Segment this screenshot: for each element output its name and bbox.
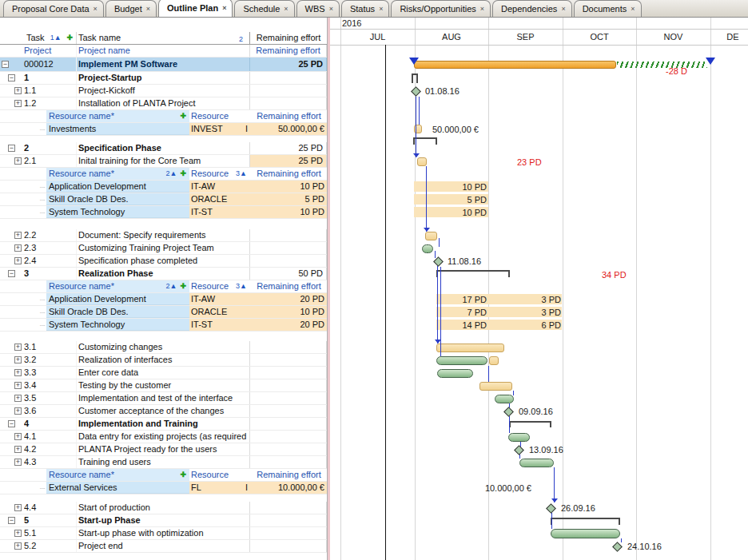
phase-row[interactable]: − 4 Implementation and Training <box>0 418 327 431</box>
resource-effort-column-header[interactable]: Remaining effort <box>250 110 328 122</box>
gantt-bracket[interactable] <box>436 270 510 277</box>
tree-toggle-icon[interactable]: + <box>14 446 22 453</box>
task-row[interactable]: + 3.2 Realization of interfaces <box>0 354 327 367</box>
gantt-diamond[interactable] <box>503 407 514 417</box>
phase-row[interactable]: − 2 Specification Phase 25 PD <box>0 142 327 155</box>
resource-name-column-header[interactable]: Resource name* ✚ <box>46 469 189 481</box>
task-row[interactable]: + 2.1 Inital training for the Core Team … <box>0 155 327 168</box>
tree-toggle-icon[interactable]: − <box>8 420 15 427</box>
tree-toggle-icon[interactable]: + <box>14 244 22 252</box>
task-row[interactable]: + 3.4 Testing by the customer <box>0 379 327 392</box>
tree-toggle-icon[interactable]: + <box>14 407 22 415</box>
resource-name-column-header[interactable]: Resource name* 2▲ ✚ <box>46 280 189 292</box>
resource-row[interactable]: Investments INVEST I 50.000,00 € <box>0 123 327 136</box>
tree-toggle-icon[interactable]: + <box>14 87 22 94</box>
tree-toggle-icon[interactable]: + <box>14 395 22 402</box>
task-row[interactable]: + 4.4 Start of production <box>0 502 327 514</box>
tab-close-icon[interactable]: × <box>631 6 635 13</box>
tree-toggle-icon[interactable]: + <box>14 344 22 351</box>
panel-tab[interactable]: Schedule × <box>234 0 294 17</box>
task-row[interactable]: + 2.3 Customizing Training Project Team <box>0 242 327 255</box>
tab-close-icon[interactable]: × <box>480 6 484 13</box>
task-row[interactable]: + 1.1 Project-Kickoff <box>0 85 327 97</box>
tab-close-icon[interactable]: × <box>329 6 333 13</box>
task-row[interactable]: + 5.1 Start-up phase with optimization <box>0 527 327 540</box>
gantt-bar-green[interactable] <box>422 244 433 253</box>
tree-toggle-icon[interactable]: + <box>14 530 22 537</box>
resource-row[interactable]: Application Development IT-AW 10 PD <box>0 181 327 193</box>
task-row[interactable]: + 3.5 Implementation and test of the int… <box>0 392 327 405</box>
resource-effort-column-header[interactable]: Remaining effort <box>250 280 328 292</box>
panel-tab[interactable]: WBS × <box>296 0 340 17</box>
gantt-bracket[interactable] <box>412 73 418 83</box>
column-header-task-name[interactable]: Task name 2 <box>76 32 249 44</box>
resource-name-column-header[interactable]: Resource name* ✚ <box>46 110 189 122</box>
tab-close-icon[interactable]: × <box>146 6 150 13</box>
resource-row[interactable]: System Technology IT-ST 10 PD <box>0 206 327 219</box>
tree-toggle-icon[interactable]: − <box>8 517 15 524</box>
tree-toggle-icon[interactable]: + <box>14 382 22 389</box>
resource-column-header[interactable]: Resource <box>189 110 250 122</box>
gantt-bar-green[interactable] <box>495 395 514 403</box>
panel-tab[interactable]: Proposal Core Data × <box>3 0 104 17</box>
add-task-button[interactable]: ✚ <box>67 32 74 44</box>
gantt-tri[interactable] <box>409 58 419 65</box>
resource-column-header[interactable]: Resource <box>189 469 250 481</box>
tree-toggle-icon[interactable]: − <box>8 145 15 152</box>
gantt-bar-green[interactable] <box>519 459 554 467</box>
resource-effort-column-header[interactable]: Remaining effort <box>250 168 328 180</box>
task-row[interactable]: + 3.1 Customizing changes <box>0 341 327 354</box>
gantt-bar-green[interactable] <box>551 529 620 538</box>
gantt-bar-tan[interactable] <box>489 356 499 365</box>
panel-tab[interactable]: Status × <box>341 0 389 17</box>
tab-close-icon[interactable]: × <box>94 6 97 13</box>
tree-toggle-icon[interactable]: + <box>14 504 22 511</box>
resource-effort-column-header[interactable]: Remaining effort <box>250 469 328 481</box>
task-row[interactable]: + 4.1 Data entry for existing projects (… <box>0 431 327 443</box>
tree-toggle-icon[interactable]: + <box>14 257 22 264</box>
resource-row[interactable]: Application Development IT-AW 20 PD <box>0 293 327 306</box>
gantt-bracket[interactable] <box>509 421 551 427</box>
tree-toggle-icon[interactable]: − <box>2 61 9 68</box>
gantt-bar-tan[interactable] <box>479 382 512 391</box>
gantt-bar-green[interactable] <box>436 356 487 365</box>
resource-name-column-header[interactable]: Resource name* 2▲ ✚ <box>46 168 189 180</box>
task-row[interactable]: + 4.2 PLANTA Project ready for the users <box>0 443 327 456</box>
gantt-bar-tan[interactable] <box>436 344 504 352</box>
tab-close-icon[interactable]: × <box>284 6 288 13</box>
resource-column-header[interactable]: Resource 3▲ <box>189 168 250 180</box>
resource-row[interactable]: Skill Oracle DB Des. ORACLE 5 PD <box>0 193 327 206</box>
task-row[interactable]: + 2.2 Document: Specify requirements <box>0 229 327 242</box>
panel-tab[interactable]: Dependencies × <box>492 0 572 17</box>
panel-tab[interactable]: Outline Plan × <box>158 0 233 17</box>
tab-close-icon[interactable]: × <box>222 5 226 12</box>
column-header-task[interactable]: Task 1▲ ✚ <box>0 32 76 44</box>
tree-toggle-icon[interactable]: + <box>14 232 22 239</box>
gantt-diamond[interactable] <box>411 86 421 97</box>
task-row[interactable]: + 5.2 Project end <box>0 540 327 553</box>
phase-row[interactable]: − 5 Start-up Phase <box>0 514 327 527</box>
tree-toggle-icon[interactable]: + <box>14 100 22 107</box>
add-resource-button[interactable]: ✚ <box>180 110 186 122</box>
tree-toggle-icon[interactable]: − <box>8 270 15 277</box>
gantt-bar-green[interactable] <box>508 433 530 442</box>
gantt-diamond[interactable] <box>612 542 623 552</box>
tree-toggle-icon[interactable]: + <box>14 542 22 550</box>
tree-toggle-icon[interactable]: + <box>14 369 22 376</box>
resource-row[interactable]: External Services FL I 10.000,00 € <box>0 482 327 494</box>
gantt-bar-orange[interactable] <box>414 61 616 69</box>
gantt-tri[interactable] <box>706 58 715 65</box>
gantt-hatch[interactable] <box>617 62 707 68</box>
gantt-bar-green[interactable] <box>437 369 473 378</box>
tab-close-icon[interactable]: × <box>379 6 383 13</box>
task-row[interactable]: + 3.6 Customer acceptance of the changes <box>0 405 327 418</box>
add-resource-button[interactable]: ✚ <box>180 280 186 292</box>
gantt-diamond[interactable] <box>433 256 444 267</box>
phase-row[interactable]: − 3 Realization Phase 50 PD <box>0 268 327 280</box>
resource-row[interactable]: System Technology IT-ST 20 PD <box>0 319 327 332</box>
tree-toggle-icon[interactable]: + <box>14 157 22 165</box>
gantt-bracket[interactable] <box>413 137 437 145</box>
project-row[interactable]: − 000012 Implement PM Software 25 PD <box>0 58 327 72</box>
gantt-bracket[interactable] <box>551 518 620 525</box>
tree-toggle-icon[interactable]: + <box>14 433 22 440</box>
